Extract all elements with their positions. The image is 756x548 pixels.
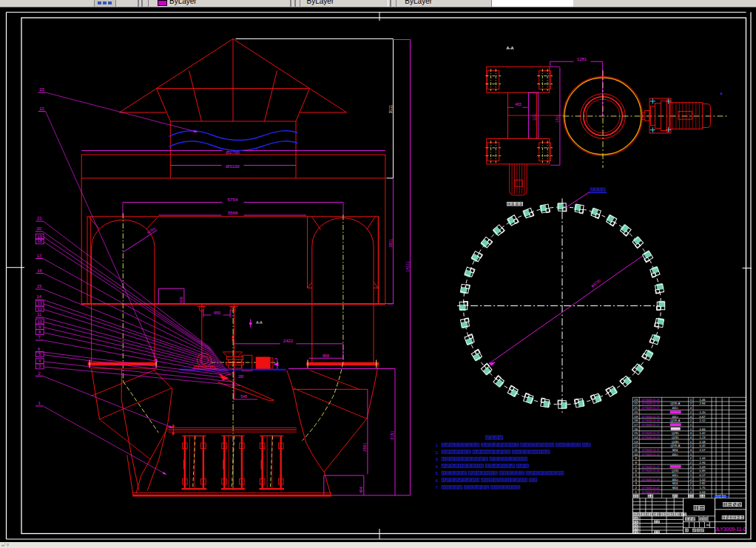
- svg-text:4: 4: [690, 448, 692, 452]
- svg-text:20: 20: [36, 226, 41, 231]
- svg-text:16: 16: [634, 427, 638, 431]
- svg-text:JLY3009-11-0: JLY3009-11-0: [715, 527, 746, 532]
- svg-text:JLY3009-11-19: JLY3009-11-19: [641, 416, 659, 419]
- svg-text:2.82: 2.82: [700, 481, 706, 485]
- svg-text:2: 2: [38, 371, 40, 376]
- svg-text:2: 2: [690, 481, 692, 485]
- svg-text:A-A: A-A: [256, 320, 263, 325]
- svg-text:494: 494: [359, 487, 363, 493]
- svg-text:1.46: 1.46: [700, 398, 706, 402]
- svg-text:4: 4: [635, 478, 638, 481]
- svg-text:2.: 2.: [436, 450, 439, 455]
- svg-text:A-A: A-A: [507, 46, 514, 50]
- svg-text:1: 1: [690, 423, 692, 427]
- svg-text:6: 6: [635, 469, 638, 473]
- svg-text:3111: 3111: [388, 105, 393, 113]
- svg-text:JLY3009-11-18: JLY3009-11-18: [641, 419, 659, 422]
- svg-text:40Cr: 40Cr: [672, 407, 679, 410]
- svg-text:5: 5: [635, 473, 638, 477]
- svg-text:868: 868: [323, 354, 329, 358]
- svg-text:JLY3009-11-14: JLY3009-11-14: [641, 436, 659, 439]
- svg-text:JLY3009-11-21: JLY3009-11-21: [641, 407, 659, 410]
- svg-text:7.: 7.: [436, 484, 439, 490]
- svg-text:20: 20: [634, 410, 638, 414]
- svg-text:17: 17: [37, 254, 41, 258]
- svg-text:22: 22: [39, 106, 44, 111]
- svg-text:40Cr: 40Cr: [672, 453, 679, 456]
- svg-text:10: 10: [37, 319, 41, 324]
- svg-text:2.18: 2.18: [700, 440, 706, 444]
- svg-text:16: 16: [37, 268, 41, 273]
- svg-text:8: 8: [635, 461, 638, 464]
- svg-text:JLY3009-11-11: JLY3009-11-11: [642, 449, 660, 452]
- svg-text:2422: 2422: [283, 339, 294, 343]
- svg-text:1.20: 1.20: [700, 410, 706, 414]
- svg-text:465: 465: [515, 102, 522, 106]
- svg-text:14: 14: [36, 294, 41, 299]
- svg-text:Ø2700: Ø2700: [226, 149, 240, 155]
- svg-text:5754: 5754: [228, 197, 238, 202]
- svg-text:12: 12: [37, 307, 41, 311]
- svg-text:1: 1: [690, 440, 692, 444]
- svg-text:12: 12: [634, 444, 638, 447]
- svg-text:2: 2: [690, 461, 692, 464]
- svg-text:Ø3100: Ø3100: [226, 163, 240, 169]
- svg-text:4: 4: [690, 469, 692, 473]
- svg-text:1311: 1311: [556, 115, 559, 123]
- svg-text:2: 2: [690, 490, 692, 494]
- svg-text:JLY3009-11-17: JLY3009-11-17: [641, 424, 659, 427]
- svg-text:1: 1: [38, 401, 40, 405]
- svg-text:M24: M24: [672, 449, 678, 452]
- svg-text:11: 11: [37, 312, 41, 317]
- svg-text:7: 7: [38, 335, 40, 339]
- svg-text:0.17: 0.17: [700, 473, 706, 477]
- svg-text:1: 1: [690, 486, 692, 490]
- svg-text:11: 11: [635, 448, 638, 452]
- svg-text:2: 2: [690, 419, 692, 422]
- svg-text:1: 1: [690, 427, 692, 431]
- svg-text:JLY3009-11-06: JLY3009-11-06: [641, 470, 659, 473]
- svg-text:17: 17: [634, 423, 638, 427]
- svg-text:10: 10: [634, 453, 638, 456]
- svg-text:1111: 1111: [533, 113, 536, 121]
- svg-text:2: 2: [690, 478, 692, 481]
- svg-text:548: 548: [240, 394, 247, 399]
- svg-text:1: 1: [690, 398, 692, 402]
- svg-text:0.84: 0.84: [700, 427, 706, 431]
- svg-text:4: 4: [690, 465, 692, 469]
- svg-text:2: 2: [690, 456, 692, 460]
- svg-text:JLY3009-11-23: JLY3009-11-23: [641, 399, 659, 402]
- svg-text:18: 18: [634, 419, 638, 422]
- svg-text:Q235: Q235: [672, 470, 678, 473]
- svg-text:9: 9: [635, 456, 638, 460]
- svg-text:8: 8: [38, 330, 41, 334]
- svg-text:3.: 3.: [436, 456, 439, 461]
- svg-text:0.89: 0.89: [700, 469, 706, 473]
- svg-text:22: 22: [634, 402, 638, 405]
- svg-text:JLY3009-11-07: JLY3009-11-07: [641, 466, 659, 469]
- svg-text:1.44: 1.44: [700, 456, 706, 460]
- svg-text:3: 3: [635, 481, 638, 485]
- svg-text:2551: 2551: [362, 442, 367, 451]
- svg-text:φ4720: φ4720: [590, 278, 601, 288]
- svg-text:2: 2: [635, 486, 638, 490]
- svg-text:19: 19: [634, 415, 638, 419]
- svg-text:2.96: 2.96: [700, 461, 706, 464]
- svg-text:3: 3: [38, 364, 41, 368]
- svg-text:JLY3009-11-04: JLY3009-11-04: [641, 478, 659, 481]
- svg-text:1.: 1.: [436, 442, 439, 447]
- svg-text:1: 1: [690, 473, 692, 477]
- svg-text:21: 21: [37, 216, 41, 220]
- svg-text:3811: 3811: [388, 239, 393, 248]
- svg-text:23: 23: [634, 398, 638, 402]
- svg-text:1.52: 1.52: [700, 478, 706, 481]
- svg-text:2.57: 2.57: [700, 448, 706, 452]
- svg-text:4: 4: [690, 406, 692, 410]
- svg-text:40Cr: 40Cr: [672, 478, 679, 481]
- svg-text:6.: 6.: [436, 478, 439, 483]
- svg-text:13: 13: [634, 440, 638, 444]
- svg-text:JLY3009-11-15: JLY3009-11-15: [641, 432, 659, 435]
- svg-text:JLY3009-11-01: JLY3009-11-01: [641, 491, 659, 494]
- svg-text:1.42: 1.42: [700, 431, 706, 435]
- svg-text:1281: 1281: [577, 57, 587, 61]
